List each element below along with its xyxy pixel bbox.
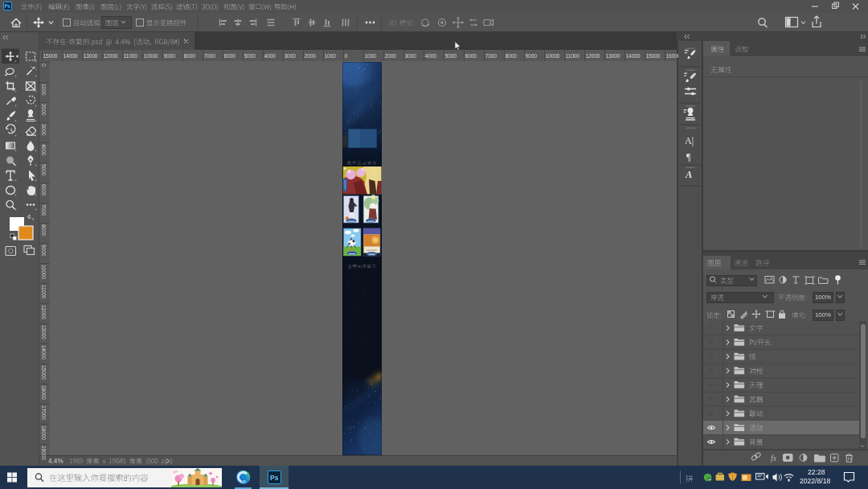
svg-text:fx: fx	[771, 454, 777, 462]
